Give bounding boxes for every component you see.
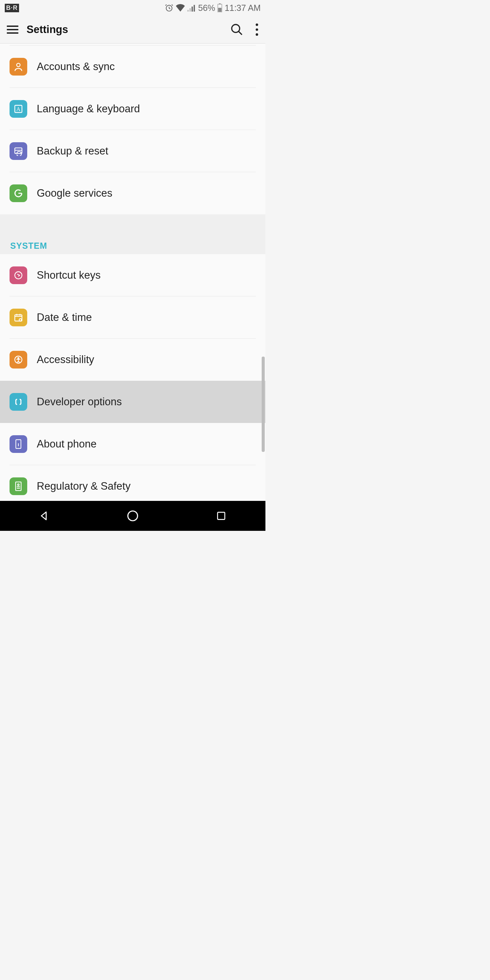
backup-icon xyxy=(10,142,27,160)
scrollbar-thumb[interactable] xyxy=(262,356,265,452)
home-button[interactable] xyxy=(124,508,141,524)
svg-point-19 xyxy=(19,319,21,321)
language-icon: A xyxy=(10,100,27,118)
svg-rect-4 xyxy=(194,5,195,11)
battery-percent: 56% xyxy=(198,3,215,13)
section-gap xyxy=(0,215,266,234)
list-item-language-keyboard[interactable]: A Language & keyboard xyxy=(0,88,266,130)
list-item-label: Regulatory & Safety xyxy=(37,480,130,492)
svg-point-27 xyxy=(128,511,138,521)
list-item-label: Accessibility xyxy=(37,353,94,366)
accounts-icon xyxy=(10,58,27,76)
svg-rect-1 xyxy=(188,10,189,11)
list-item-date-time[interactable]: Date & time xyxy=(0,296,266,339)
list-item-shortcut-keys[interactable]: Shortcut keys xyxy=(0,254,266,296)
list-item-about-phone[interactable]: About phone xyxy=(0,423,266,465)
svg-point-8 xyxy=(232,24,240,32)
list-item-label: Language & keyboard xyxy=(37,103,140,115)
svg-rect-18 xyxy=(15,315,22,321)
search-icon[interactable] xyxy=(230,23,243,37)
page-title: Settings xyxy=(27,24,230,36)
alarm-icon xyxy=(165,3,173,12)
list-item-regulatory-safety[interactable]: Regulatory & Safety xyxy=(0,465,266,501)
list-item-google-services[interactable]: Google services xyxy=(0,172,266,215)
section-header-system: SYSTEM xyxy=(0,234,266,254)
svg-rect-28 xyxy=(218,512,224,519)
signal-icon xyxy=(187,4,196,11)
svg-rect-3 xyxy=(192,6,193,11)
svg-point-11 xyxy=(256,28,258,30)
svg-point-13 xyxy=(17,63,20,67)
settings-list: Accounts & sync A Language & keyboard Ba… xyxy=(0,43,266,501)
svg-point-21 xyxy=(18,358,19,359)
list-item-label: Google services xyxy=(37,187,112,199)
overflow-menu-icon[interactable] xyxy=(255,24,259,36)
list-item-label: Date & time xyxy=(37,311,92,324)
list-item-label: About phone xyxy=(37,438,97,450)
about-phone-icon xyxy=(10,435,27,453)
list-item-accessibility[interactable]: Accessibility xyxy=(0,339,266,381)
recents-button[interactable] xyxy=(213,508,229,524)
list-item-accounts-sync[interactable]: Accounts & sync xyxy=(0,46,266,88)
list-item-label: Backup & reset xyxy=(37,145,108,157)
calendar-icon xyxy=(10,309,27,326)
clock-text: 11:37 AM xyxy=(224,3,261,13)
hamburger-icon[interactable] xyxy=(7,25,18,34)
wifi-icon xyxy=(176,4,185,11)
list-item-label: Shortcut keys xyxy=(37,269,101,282)
app-bar: Settings xyxy=(0,16,266,43)
svg-point-10 xyxy=(256,24,258,26)
battery-icon xyxy=(217,3,223,12)
list-item-label: Accounts & sync xyxy=(37,60,115,73)
svg-point-26 xyxy=(18,484,19,485)
list-item-developer-options[interactable]: Developer options xyxy=(0,381,266,423)
svg-text:A: A xyxy=(16,106,21,112)
google-icon xyxy=(10,185,27,202)
status-bar: B·R 56% 11:37 AM xyxy=(0,0,266,16)
accessibility-icon xyxy=(10,351,27,369)
svg-point-12 xyxy=(256,33,258,35)
list-item-label: Developer options xyxy=(37,396,122,408)
list-item-backup-reset[interactable]: Backup & reset xyxy=(0,130,266,172)
svg-rect-2 xyxy=(189,8,191,11)
system-nav-bar xyxy=(0,501,266,531)
shortcut-icon xyxy=(10,266,27,284)
developer-icon xyxy=(10,393,27,411)
svg-line-9 xyxy=(239,31,242,35)
notification-badge-br: B·R xyxy=(5,4,19,12)
svg-rect-7 xyxy=(218,8,221,12)
svg-point-17 xyxy=(15,272,22,279)
regulatory-icon xyxy=(10,477,27,495)
back-button[interactable] xyxy=(36,508,52,524)
